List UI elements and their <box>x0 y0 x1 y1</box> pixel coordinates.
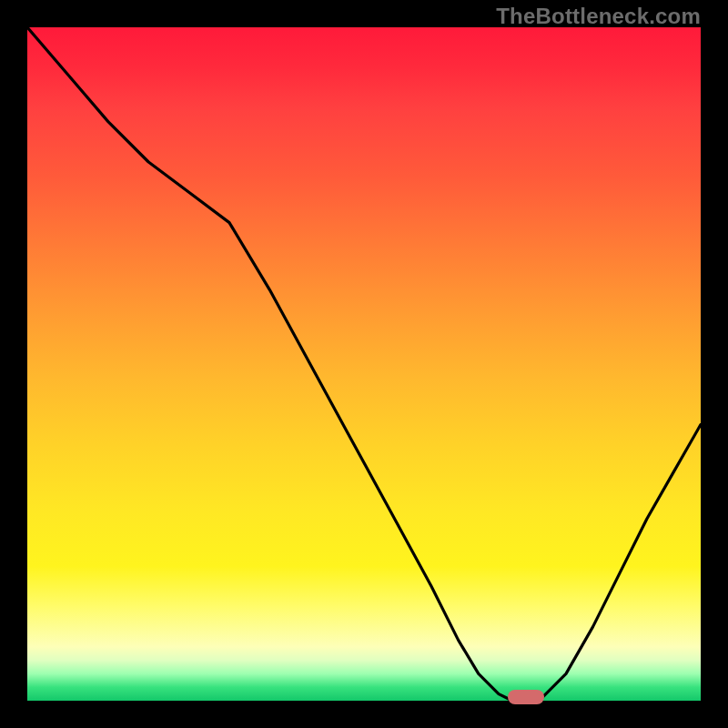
bottleneck-curve <box>27 27 701 701</box>
optimum-marker <box>508 690 544 704</box>
curve-path <box>27 27 701 701</box>
plot-area <box>27 27 701 701</box>
watermark-text: TheBottleneck.com <box>496 4 701 29</box>
chart-frame: TheBottleneck.com <box>0 0 728 728</box>
